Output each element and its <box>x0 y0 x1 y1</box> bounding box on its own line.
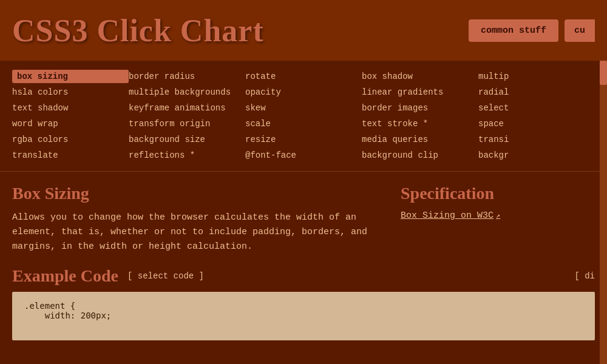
example-code-title: Example Code <box>12 266 118 286</box>
w3c-spec-link[interactable]: Box Sizing on W3C ↗ <box>401 211 595 221</box>
nav-item-multip[interactable]: multip <box>478 70 595 83</box>
nav-item-translate[interactable]: translate <box>12 149 129 162</box>
code-block: .element { width: 200px; <box>12 292 595 340</box>
nav-item-reflections[interactable]: reflections * <box>129 149 245 162</box>
nav-item-backgr[interactable]: backgr <box>478 149 595 162</box>
nav-item-word-wrap[interactable]: word wrap <box>12 117 129 130</box>
nav-item-space[interactable]: space <box>478 117 595 130</box>
content-right: Specification Box Sizing on W3C ↗ <box>401 184 595 254</box>
nav-item-hsla-colors[interactable]: hsla colors <box>12 86 129 99</box>
nav-item-radial[interactable]: radial <box>478 86 595 99</box>
nav-item-opacity[interactable]: opacity <box>245 86 362 99</box>
nav-section: box sizing border radius rotate box shad… <box>0 61 607 171</box>
nav-item-border-images[interactable]: border images <box>362 101 478 115</box>
example-section: Example Code [ select code ] [ di .eleme… <box>0 260 607 340</box>
header-buttons: common stuff cu <box>469 19 595 42</box>
nav-item-skew[interactable]: skew <box>245 101 362 115</box>
nav-item-keyframe-animations[interactable]: keyframe animations <box>129 101 245 115</box>
box-sizing-description: Allows you to change how the browser cal… <box>12 211 376 254</box>
nav-item-box-shadow[interactable]: box shadow <box>362 70 478 83</box>
nav-item-rotate[interactable]: rotate <box>245 70 362 83</box>
di-button[interactable]: [ di <box>574 271 595 281</box>
nav-item-box-sizing[interactable]: box sizing <box>12 70 129 83</box>
content-section: Box Sizing Allows you to change how the … <box>0 171 607 260</box>
example-header: Example Code [ select code ] [ di <box>12 266 595 286</box>
nav-item-multiple-backgrounds[interactable]: multiple backgrounds <box>129 86 245 99</box>
select-code-button[interactable]: [ select code ] <box>127 271 204 281</box>
nav-item-transform-origin[interactable]: transform origin <box>129 117 245 130</box>
specification-title: Specification <box>401 184 595 203</box>
content-left: Box Sizing Allows you to change how the … <box>12 184 376 254</box>
nav-item-scale[interactable]: scale <box>245 117 362 130</box>
nav-item-resize[interactable]: resize <box>245 133 362 146</box>
nav-item-rgba-colors[interactable]: rgba colors <box>12 133 129 146</box>
cu-button[interactable]: cu <box>565 19 595 42</box>
header: CSS3 Click Chart common stuff cu <box>0 0 607 61</box>
app-title: CSS3 Click Chart <box>12 13 264 49</box>
nav-item-media-queries[interactable]: media queries <box>362 133 478 146</box>
external-link-icon: ↗ <box>496 211 500 220</box>
box-sizing-title: Box Sizing <box>12 184 376 203</box>
nav-item-font-face[interactable]: @font-face <box>245 149 362 162</box>
nav-item-text-stroke[interactable]: text stroke * <box>362 117 478 130</box>
nav-item-select[interactable]: select <box>478 101 595 115</box>
nav-item-text-shadow[interactable]: text shadow <box>12 101 129 115</box>
nav-item-border-radius[interactable]: border radius <box>129 70 245 83</box>
common-stuff-button[interactable]: common stuff <box>469 19 558 42</box>
scrollbar-thumb[interactable] <box>600 61 607 85</box>
nav-item-linear-gradients[interactable]: linear gradients <box>362 86 478 99</box>
code-content: .element { width: 200px; <box>24 301 583 320</box>
spec-link-label: Box Sizing on W3C <box>401 211 493 221</box>
nav-item-transi[interactable]: transi <box>478 133 595 146</box>
scrollbar-track[interactable] <box>600 61 607 340</box>
nav-item-background-size[interactable]: background size <box>129 133 245 146</box>
nav-item-background-clip[interactable]: background clip <box>362 149 478 162</box>
